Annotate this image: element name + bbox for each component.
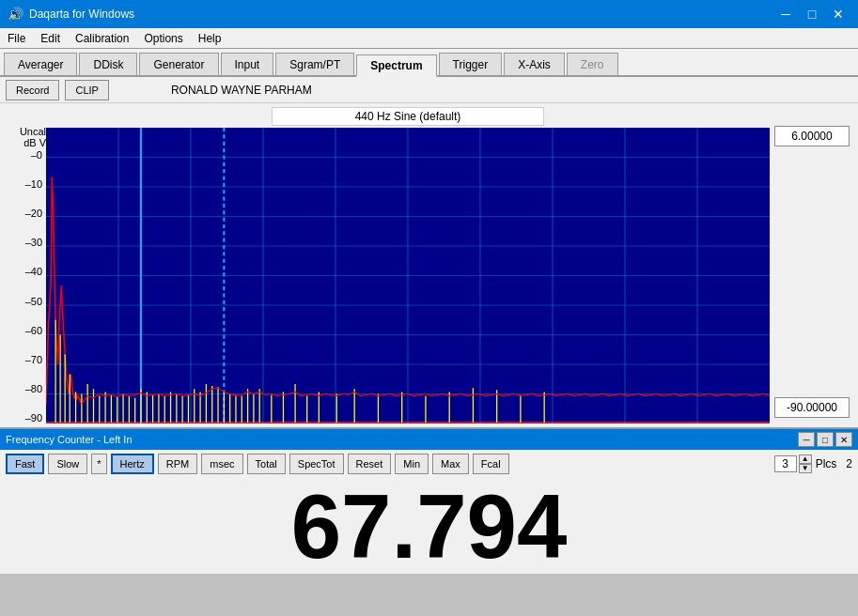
- top-value-box[interactable]: 6.00000: [774, 126, 850, 146]
- right-value: 2: [846, 457, 852, 470]
- freq-btn-star[interactable]: *: [91, 454, 106, 474]
- title-bar-left: 🔊 Daqarta for Windows: [8, 7, 134, 22]
- plcs-down-button[interactable]: ▼: [799, 464, 812, 473]
- minimize-button[interactable]: ─: [773, 3, 798, 25]
- y-tick-0: –0: [25, 150, 42, 161]
- menu-file[interactable]: File: [0, 30, 33, 47]
- app-title: Daqarta for Windows: [29, 8, 134, 21]
- menu-help[interactable]: Help: [191, 30, 229, 47]
- y-tick-20: –20: [25, 208, 42, 219]
- y-tick-80: –80: [25, 384, 42, 394]
- y-tick-10: –10: [25, 179, 42, 190]
- freq-counter-maximize[interactable]: □: [817, 432, 834, 447]
- signal-label-box: 440 Hz Sine (default): [272, 107, 544, 126]
- plcs-up-button[interactable]: ▲: [799, 454, 812, 464]
- freq-btn-total[interactable]: Total: [247, 454, 286, 474]
- plcs-spinner[interactable]: ▲ ▼: [799, 454, 812, 473]
- bottom-value-box[interactable]: -90.00000: [774, 397, 850, 418]
- y-tick-50: –50: [25, 297, 42, 307]
- tab-bar: Averager DDisk Generator Input Sgram/PT …: [0, 49, 858, 77]
- freq-counter-close[interactable]: ✕: [835, 432, 852, 447]
- menu-bar: File Edit Calibration Options Help: [0, 28, 858, 49]
- tab-input[interactable]: Input: [221, 53, 274, 75]
- y-tick-40: –40: [25, 267, 42, 277]
- menu-edit[interactable]: Edit: [33, 30, 68, 47]
- chart-canvas[interactable]: [46, 128, 770, 424]
- freq-btn-hertz[interactable]: Hertz: [111, 454, 154, 474]
- freq-btn-slow[interactable]: Slow: [48, 454, 87, 474]
- tab-zero[interactable]: Zero: [567, 53, 618, 75]
- tab-sgram-pt[interactable]: Sgram/PT: [275, 53, 354, 75]
- toolbar: Record CLIP RONALD WAYNE PARHAM: [0, 77, 858, 103]
- freq-counter: Frequency Counter - Left In ─ □ ✕ Fast S…: [0, 427, 858, 574]
- chart-container: 440 Hz Sine (default): [46, 107, 770, 424]
- y-tick-30: –30: [25, 238, 42, 248]
- freq-btn-spectot[interactable]: SpecTot: [289, 454, 344, 474]
- freq-btn-max[interactable]: Max: [432, 454, 469, 474]
- big-number: 67.794: [0, 478, 858, 572]
- plcs-label: Plcs: [816, 457, 837, 470]
- clip-button[interactable]: CLIP: [65, 80, 108, 100]
- y-tick-90: –90: [25, 413, 42, 424]
- freq-btn-reset[interactable]: Reset: [348, 454, 392, 474]
- right-panel: 6.00000 -90.00000: [770, 107, 854, 424]
- tab-averager[interactable]: Averager: [4, 53, 77, 75]
- tab-generator[interactable]: Generator: [139, 53, 218, 75]
- y-axis-section: Uncal dB V –0 –10 –20 –30 –40 –50 –60 –7…: [4, 107, 46, 424]
- tab-trigger[interactable]: Trigger: [439, 53, 503, 75]
- freq-counter-controls[interactable]: ─ □ ✕: [798, 432, 852, 447]
- freq-btn-fast[interactable]: Fast: [6, 454, 44, 474]
- record-button[interactable]: Record: [6, 80, 59, 100]
- close-button[interactable]: ✕: [826, 3, 850, 25]
- menu-calibration[interactable]: Calibration: [68, 30, 136, 47]
- freq-btn-msec[interactable]: msec: [201, 454, 242, 474]
- spectrum-chart: [46, 128, 770, 424]
- toolbar-title: RONALD WAYNE PARHAM: [171, 84, 312, 97]
- tab-ddisk[interactable]: DDisk: [79, 53, 137, 75]
- app-icon: 🔊: [8, 7, 23, 22]
- title-bar-controls[interactable]: ─ □ ✕: [773, 3, 850, 25]
- y-tick-60: –60: [25, 326, 42, 336]
- menu-options[interactable]: Options: [136, 30, 190, 47]
- chart-section: Uncal dB V –0 –10 –20 –30 –40 –50 –60 –7…: [0, 103, 858, 427]
- y-axis-label: Uncal dB V: [20, 126, 46, 148]
- freq-counter-title: Frequency Counter - Left In ─ □ ✕: [0, 429, 858, 450]
- y-tick-70: –70: [25, 355, 42, 365]
- y-axis-ticks: –0 –10 –20 –30 –40 –50 –60 –70 –80 –90: [25, 150, 46, 424]
- plcs-value: 3: [774, 455, 797, 472]
- freq-counter-minimize[interactable]: ─: [798, 432, 815, 447]
- freq-btn-min[interactable]: Min: [395, 454, 429, 474]
- freq-btn-fcal[interactable]: Fcal: [473, 454, 509, 474]
- freq-btn-row: Fast Slow * Hertz RPM msec Total SpecTot…: [0, 450, 858, 478]
- title-bar: 🔊 Daqarta for Windows ─ □ ✕: [0, 0, 858, 28]
- freq-btn-rpm[interactable]: RPM: [158, 454, 197, 474]
- maximize-button[interactable]: □: [800, 3, 824, 25]
- plcs-section: 3 ▲ ▼ Plcs 2: [774, 454, 852, 473]
- tab-spectrum[interactable]: Spectrum: [356, 54, 436, 77]
- freq-counter-title-text: Frequency Counter - Left In: [6, 434, 133, 445]
- tab-x-axis[interactable]: X-Axis: [504, 53, 565, 75]
